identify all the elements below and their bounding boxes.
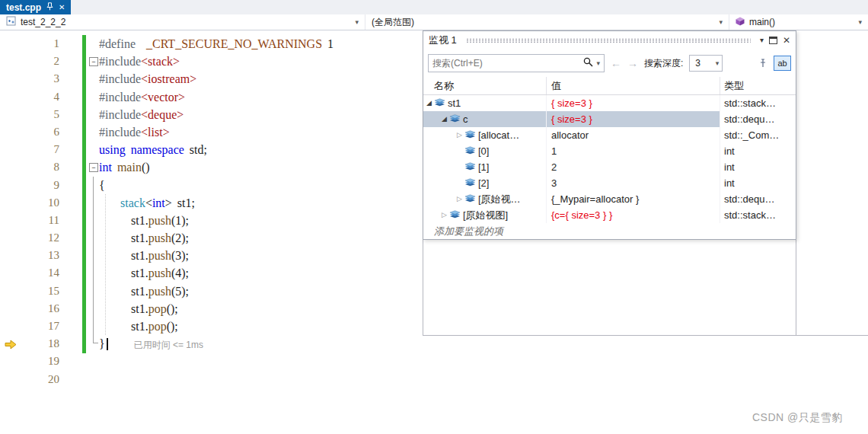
pin-icon[interactable] (758, 59, 767, 68)
watch-value-cell[interactable]: 3 (547, 175, 720, 191)
line-number[interactable]: 13 (0, 247, 69, 264)
add-watch-item-row[interactable]: 添加要监视的项 (423, 223, 796, 239)
tab-title: test.cpp (6, 2, 41, 13)
pin-icon[interactable] (46, 2, 53, 13)
code-token: push (148, 249, 171, 262)
line-number[interactable]: 20 (0, 371, 69, 388)
watch-type-cell: std::stack… (720, 95, 796, 111)
column-header-type[interactable]: 类型 (720, 77, 796, 94)
code-token: <list> (141, 126, 170, 139)
expand-toggle-icon[interactable]: ▷ (455, 132, 464, 139)
code-token: (1); (171, 214, 189, 227)
watch-value-cell[interactable]: {_Mypair=allocator } (547, 191, 720, 207)
watch-value-cell[interactable]: {c={ size=3 } } (547, 207, 720, 223)
watch-name-cell[interactable]: ▷[原始视图] (423, 207, 547, 223)
tab-test-cpp[interactable]: test.cpp ✕ (0, 0, 71, 14)
change-bar (82, 35, 86, 353)
code-token (126, 143, 131, 156)
watch-variable-icon (449, 210, 461, 220)
scope-dropdown-label: (全局范围) (372, 16, 414, 29)
code-token: #include (99, 126, 141, 139)
line-number[interactable]: 1 (0, 35, 69, 53)
line-number[interactable]: 4 (0, 88, 69, 106)
search-forward-icon[interactable]: → (627, 58, 638, 69)
code-token: st1. (99, 285, 148, 298)
code-token: { (99, 179, 105, 192)
project-dropdown[interactable]: test_2_2_2 ▾ (0, 14, 365, 30)
watch-value-cell[interactable]: 2 (547, 159, 720, 175)
watch-row[interactable]: [0]1int (423, 143, 796, 159)
fold-collapse-icon[interactable]: − (89, 163, 98, 172)
code-line[interactable]: st1.pop(); (99, 318, 868, 335)
member-dropdown[interactable]: main() ▾ (729, 14, 868, 30)
chevron-down-icon[interactable]: ▾ (596, 60, 600, 67)
watch-row[interactable]: ▷[allocat…allocatorstd::_Com… (423, 127, 796, 143)
code-token: #include (99, 108, 141, 121)
dock-window-icon[interactable] (769, 37, 777, 44)
line-number[interactable]: 3 (0, 70, 69, 88)
line-number[interactable]: 14 (0, 264, 69, 282)
line-number[interactable]: 8 (0, 158, 69, 176)
search-icon[interactable] (583, 57, 593, 69)
code-line[interactable] (99, 353, 868, 370)
line-number[interactable]: 9 (0, 177, 69, 194)
expand-toggle-icon[interactable]: ▷ (440, 212, 448, 219)
watch-title-bar[interactable]: 监视 1 ▾ ✕ (423, 31, 796, 49)
scope-dropdown[interactable]: (全局范围) ▾ (365, 14, 729, 30)
line-number[interactable]: 6 (0, 123, 69, 141)
search-depth-select[interactable]: 3 ▾ (689, 55, 723, 72)
code-line[interactable]: st1.push(4); (99, 264, 868, 282)
watch-name-cell[interactable]: [2] (423, 175, 547, 191)
search-depth-label: 搜索深度: (644, 57, 683, 70)
line-number[interactable]: 19 (0, 353, 69, 370)
watch-row[interactable]: ◢c{ size=3 }std::dequ… (423, 111, 796, 127)
search-box[interactable]: ▾ (428, 54, 605, 72)
collapse-toggle-icon[interactable]: ◢ (440, 116, 448, 123)
watch-name-cell[interactable]: [1] (423, 159, 547, 175)
watch-row[interactable]: ◢st1{ size=3 }std::stack… (423, 95, 796, 111)
line-number[interactable]: 10 (0, 194, 69, 212)
member-dropdown-label: main() (749, 17, 775, 27)
line-number[interactable]: 2 (0, 53, 69, 70)
search-input[interactable] (432, 58, 580, 69)
watch-variable-icon (434, 98, 445, 108)
watch-row[interactable]: ▷[原始视…{_Mypair=allocator }std::dequ… (423, 191, 796, 207)
line-number[interactable]: 15 (0, 282, 69, 300)
drag-handle[interactable] (466, 38, 751, 43)
watch-name-cell[interactable]: ▷[原始视… (423, 191, 547, 207)
dock-frame-line (796, 335, 868, 336)
code-token: _CRT_SECURE_NO_WARNINGS (146, 37, 322, 50)
code-line[interactable]: st1.push(3); (99, 247, 868, 264)
watch-name-cell[interactable]: [0] (423, 143, 547, 159)
watch-value-cell[interactable]: 1 (547, 143, 720, 159)
code-line[interactable]: }已用时间 <= 1ms (99, 335, 868, 353)
watch-name-cell[interactable]: ◢c (423, 111, 547, 127)
search-back-icon[interactable]: ← (611, 58, 621, 69)
collapse-toggle-icon[interactable]: ◢ (425, 100, 433, 107)
code-line[interactable]: st1.pop(); (99, 300, 868, 318)
watch-name-cell[interactable]: ◢st1 (423, 95, 547, 111)
watch-value-cell[interactable]: { size=3 } (547, 95, 720, 111)
column-header-value[interactable]: 值 (547, 77, 720, 94)
code-line[interactable]: st1.push(5); (99, 282, 868, 300)
line-number[interactable]: 17 (0, 318, 69, 335)
watch-name-cell[interactable]: ▷[allocat… (423, 127, 547, 143)
close-icon[interactable]: ✕ (783, 36, 790, 45)
watch-value-cell[interactable]: { size=3 } (547, 111, 720, 127)
watch-row[interactable]: [2]3int (423, 175, 796, 191)
line-number[interactable]: 5 (0, 106, 69, 123)
expand-toggle-icon[interactable]: ▷ (455, 196, 464, 203)
line-number[interactable]: 7 (0, 141, 69, 158)
watch-row[interactable]: ▷[原始视图]{c={ size=3 } }std::stack… (423, 207, 796, 223)
close-icon[interactable]: ✕ (59, 4, 65, 11)
watch-value-cell[interactable]: allocator (547, 127, 720, 143)
window-menu-icon[interactable]: ▾ (760, 37, 764, 44)
code-line[interactable] (99, 371, 868, 388)
watch-row[interactable]: [1]2int (423, 159, 796, 175)
line-number[interactable]: 11 (0, 212, 69, 229)
line-number[interactable]: 12 (0, 229, 69, 247)
column-header-name[interactable]: 名称 (423, 77, 547, 94)
line-number[interactable]: 16 (0, 300, 69, 318)
watch-format-toggle-icon[interactable]: ab (774, 56, 791, 71)
fold-collapse-icon[interactable]: − (89, 57, 98, 66)
